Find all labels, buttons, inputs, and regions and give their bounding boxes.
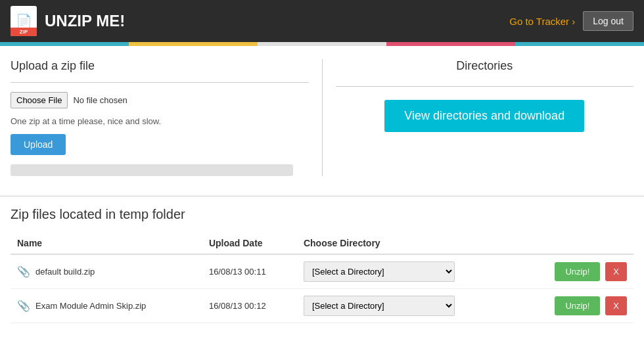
col-name: Name [11, 233, 202, 254]
table-row: 📎default build.zip16/08/13 00:11[Select … [11, 254, 633, 289]
choose-file-button[interactable]: Choose File [11, 92, 68, 108]
directory-select[interactable]: [Select a Directory] [304, 296, 455, 316]
file-name-cell: 📎Exam Module Admin Skip.zip [11, 289, 202, 323]
upload-date-cell: 16/08/13 00:11 [202, 254, 297, 289]
paperclip-icon: 📎 [17, 265, 30, 278]
header-right: Go to Tracker › Log out [509, 11, 633, 31]
color-bar-segment-4 [386, 42, 515, 46]
color-bar-segment-1 [0, 42, 129, 46]
col-upload-date: Upload Date [202, 233, 297, 254]
table-body: 📎default build.zip16/08/13 00:11[Select … [11, 254, 633, 323]
zip-badge: ZIP [11, 28, 37, 36]
file-name: default build.zip [35, 267, 95, 277]
paperclip-icon: 📎 [17, 300, 30, 312]
color-bar-segment-5 [515, 42, 644, 46]
unzip-button[interactable]: Unzip! [555, 296, 600, 315]
delete-button[interactable]: X [605, 262, 627, 281]
delete-button[interactable]: X [605, 296, 627, 315]
upload-hint-text: One zip at a time please, nice and slow. [11, 116, 309, 126]
directory-select[interactable]: [Select a Directory] [304, 261, 455, 282]
directories-title: Directories [336, 59, 634, 73]
directories-panel: Directories View directories and downloa… [323, 59, 634, 176]
upload-section-title: Upload a zip file [11, 59, 309, 73]
main-content: Upload a zip file Choose File No file ch… [0, 46, 644, 189]
col-actions [518, 233, 633, 254]
app-logo-icon: 📄 ZIP [11, 6, 37, 36]
table-section: Zip files located in temp folder Name Up… [0, 196, 644, 334]
directory-select-cell: [Select a Directory] [297, 254, 518, 289]
table-section-title: Zip files located in temp folder [11, 207, 633, 222]
logout-button[interactable]: Log out [583, 11, 633, 31]
unzip-button[interactable]: Unzip! [555, 262, 600, 281]
upload-date-cell: 16/08/13 00:12 [202, 289, 297, 323]
actions-cell: Unzip!X [518, 289, 633, 323]
app-header: 📄 ZIP UNZIP ME! Go to Tracker › Log out [0, 0, 644, 42]
no-file-label: No file chosen [73, 95, 127, 105]
color-bar-segment-2 [129, 42, 258, 46]
table-header: Name Upload Date Choose Directory [11, 233, 633, 254]
go-to-tracker-link[interactable]: Go to Tracker › [509, 16, 575, 27]
file-name-cell: 📎default build.zip [11, 254, 202, 289]
upload-panel: Upload a zip file Choose File No file ch… [11, 59, 323, 176]
directories-top: Directories [336, 59, 634, 87]
table-row: 📎Exam Module Admin Skip.zip16/08/13 00:1… [11, 289, 633, 323]
app-title: UNZIP ME! [45, 12, 125, 30]
header-left: 📄 ZIP UNZIP ME! [11, 6, 125, 36]
file-input-row: Choose File No file chosen [11, 92, 309, 108]
zip-files-table: Name Upload Date Choose Directory 📎defau… [11, 233, 633, 323]
actions-cell: Unzip!X [518, 254, 633, 289]
file-name: Exam Module Admin Skip.zip [35, 301, 146, 311]
color-bar [0, 42, 644, 46]
directory-select-cell: [Select a Directory] [297, 289, 518, 323]
col-choose-directory: Choose Directory [297, 233, 518, 254]
progress-bar-container [11, 164, 293, 176]
color-bar-segment-3 [258, 42, 386, 46]
upload-button[interactable]: Upload [11, 134, 66, 155]
view-directories-button[interactable]: View directories and download [384, 100, 584, 132]
upload-divider [11, 82, 309, 83]
